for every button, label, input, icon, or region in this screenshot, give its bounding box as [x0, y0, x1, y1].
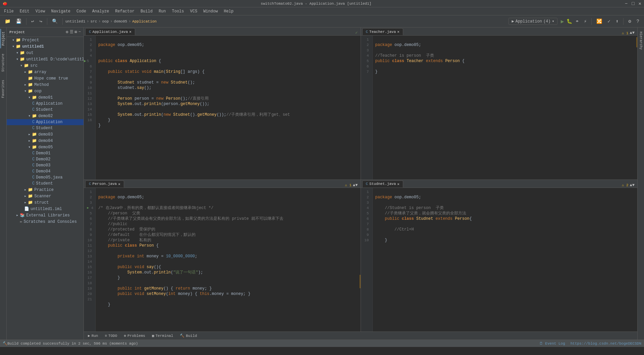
menu-item-edit[interactable]: Edit [17, 8, 32, 14]
tree-label: Student [36, 126, 53, 131]
run-button[interactable]: ▶ [561, 18, 564, 25]
profile-button[interactable]: ⚡ [582, 18, 589, 25]
debug-button[interactable]: 🐛 [567, 18, 572, 24]
toolbar-redo-btn[interactable]: ↪ [37, 18, 44, 25]
tree-item-demo05[interactable]: ▾ 📁 demo05 [7, 144, 84, 150]
editor-pane-bottom-left: C Person.java ✕ ⚠ 1 ▲ ▼ 123 ▶ 4 5678910 [84, 180, 361, 332]
code-top-right[interactable]: package oop.demo05; //Teacher is person … [373, 36, 638, 180]
scroll-down-icon[interactable]: ▼ [632, 183, 635, 188]
run-config-dropdown[interactable]: ▾ [552, 19, 554, 24]
bottom-tab-problems[interactable]: ⊗ Problems [122, 333, 146, 339]
toolbar-save-btn[interactable]: 💾 [14, 18, 23, 25]
tree-item-demo03-file[interactable]: C Demo03 [7, 162, 84, 168]
menu-item-build[interactable]: Build [138, 8, 155, 14]
tree-item-array[interactable]: ▸ 📁 array [7, 69, 84, 75]
sidebar-layout-icon[interactable]: ⊞ [75, 30, 77, 35]
tree-item-demo01-student[interactable]: C Student [7, 107, 84, 113]
scroll-up-icon[interactable]: ▲ [630, 183, 632, 188]
bottom-tab-build[interactable]: 🔨 Build [178, 333, 198, 339]
tree-item-practice[interactable]: ▸ 📁 Practice [7, 187, 84, 193]
tree-item-hope[interactable]: 📁 Hope come true [7, 75, 84, 82]
tab-person[interactable]: C Person.java ✕ [85, 181, 124, 188]
tab-teacher[interactable]: C Teacher.java ✕ [362, 28, 403, 35]
tree-item-demo02[interactable]: ▾ 📁 demo02 [7, 113, 84, 119]
tree-item-method[interactable]: ▸ 📁 Method [7, 82, 84, 88]
tree-item-student-file[interactable]: C Student [7, 181, 84, 187]
tree-item-demo02-file[interactable]: C Demo02 [7, 156, 84, 162]
menu-item-analyze[interactable]: Analyze [90, 8, 112, 14]
code-top-left[interactable]: package oop.demo05; public class Applica… [96, 36, 361, 180]
close-tab-icon[interactable]: ✕ [397, 182, 399, 186]
left-tab-favorites[interactable]: Favorites [1, 77, 6, 101]
sidebar-hide-icon[interactable]: − [78, 30, 81, 35]
tree-item-demo03[interactable]: ▸ 📁 demo03 [7, 131, 84, 138]
tree-item-demo05-java[interactable]: C Demo05.java [7, 174, 84, 181]
toolbar-undo-btn[interactable]: ↩ [29, 18, 36, 25]
editor-content-top-left[interactable]: 1234 ▶5 678910 111213141516 package oop.… [84, 36, 361, 180]
left-tab-project[interactable]: Project [0, 29, 6, 48]
tree-item-oop[interactable]: ▾ 📁 oop [7, 88, 84, 94]
code-bottom-left[interactable]: package oop.demo05; /* 在Java中，所有的类，都默认直接… [96, 188, 361, 332]
tree-item-struct[interactable]: ▸ 📁 struct [7, 199, 84, 206]
tree-item-demo04-file[interactable]: C Demo04 [7, 168, 84, 174]
tree-item-ext-libs[interactable]: ▸ 📚 External Libraries [7, 212, 84, 218]
editor-content-top-right[interactable]: 1234567 package oop.demo05; //Teacher is… [361, 36, 638, 180]
tab-application[interactable]: C Application.java ✕ [85, 28, 135, 35]
coverage-button[interactable]: ☂ [574, 18, 580, 25]
menu-item-view[interactable]: View [33, 8, 48, 14]
tree-item-iml[interactable]: 📄 untitled1.iml [7, 206, 84, 212]
commit-button[interactable]: ✓ [605, 18, 612, 25]
left-tab-structure[interactable]: Structure [1, 51, 6, 74]
toolbar-search-btn[interactable]: 🔍 [50, 18, 60, 25]
scroll-up-icon[interactable]: ▲ [630, 31, 632, 35]
tree-item-out[interactable]: ▾ 📁 out [7, 50, 84, 56]
help-button[interactable]: ? [635, 18, 641, 25]
tree-item-demo02-student[interactable]: C Student [7, 125, 84, 131]
settings-button[interactable]: ⚙ [626, 18, 633, 25]
tree-item-demo01[interactable]: ▾ 📁 demo01 [7, 94, 84, 101]
bottom-tab-terminal[interactable]: ▣ Terminal [151, 333, 174, 339]
vcs-button[interactable]: 🔀 [594, 18, 604, 25]
tree-item-untitled1-root[interactable]: ▾ 📁 untitled1 D:\code\untitled1 [7, 56, 84, 62]
menu-item-vcs[interactable]: VCS [187, 8, 200, 14]
tree-item-project[interactable]: ▾ 📁 Project [7, 37, 84, 43]
editor-content-bottom-left[interactable]: 123 ▶ 4 5678910 111213141516 1718192021 … [84, 188, 361, 332]
minimize-button[interactable]: − [625, 1, 628, 6]
event-log-link[interactable]: 🗒 Event Log [539, 341, 565, 346]
scroll-up-icon[interactable]: ▲ [353, 183, 355, 188]
menu-item-help[interactable]: Help [221, 8, 236, 14]
tree-item-demo04[interactable]: ▸ 📁 demo04 [7, 138, 84, 144]
tree-item-src[interactable]: ▾ 📁 src [7, 62, 84, 69]
bottom-tab-run[interactable]: ▶ Run [87, 333, 99, 339]
close-button[interactable]: ✕ [639, 1, 641, 6]
toolbar-open-btn[interactable]: 📁 [3, 18, 12, 25]
close-tab-icon[interactable]: ✕ [129, 30, 131, 34]
tree-item-demo01-file[interactable]: C Demo01 [7, 150, 84, 156]
close-tab-icon[interactable]: ✕ [118, 182, 120, 186]
bottom-tab-todo[interactable]: ≡ TODO [103, 333, 118, 339]
menu-item-file[interactable]: File [1, 8, 16, 14]
menu-item-code[interactable]: Code [74, 8, 89, 14]
tree-item-demo02-app[interactable]: C Application [7, 119, 84, 125]
menu-item-navigate[interactable]: Navigate [48, 8, 73, 14]
run-config-selector[interactable]: ▶ Application (4) ▾ [508, 18, 557, 25]
menu-item-window[interactable]: Window [201, 8, 220, 14]
sidebar-expand-icon[interactable]: ☰ [70, 30, 73, 35]
menu-item-refactor[interactable]: Refactor [112, 8, 137, 14]
scroll-down-icon[interactable]: ▼ [632, 31, 635, 35]
tree-item-scanner[interactable]: ▸ 📁 Scanner [7, 193, 84, 199]
menu-item-run[interactable]: Run [156, 8, 169, 14]
close-tab-icon[interactable]: ✕ [397, 30, 399, 34]
editor-content-bottom-right[interactable]: 123456 78910 package oop.demo05; //Studn… [361, 188, 638, 332]
menu-item-tools[interactable]: Tools [169, 8, 187, 14]
sidebar-gear-icon[interactable]: ⚙ [66, 30, 68, 35]
scroll-down-icon[interactable]: ▼ [355, 183, 358, 188]
tab-studnet[interactable]: C Studnet.java ✕ [362, 181, 403, 188]
push-button[interactable]: ⬆ [614, 18, 621, 25]
code-bottom-right[interactable]: package oop.demo05; //Studnet is person … [373, 188, 638, 332]
tree-item-scratches[interactable]: ✏ Scratches and Consoles [7, 218, 84, 225]
right-tab-hierarchy[interactable]: Hierarchy [638, 29, 643, 52]
tree-item-untitled1[interactable]: ▾ 📁 untitled1 [7, 43, 84, 50]
tree-item-demo01-app[interactable]: C Application [7, 101, 84, 107]
maximize-button[interactable]: □ [632, 1, 634, 6]
